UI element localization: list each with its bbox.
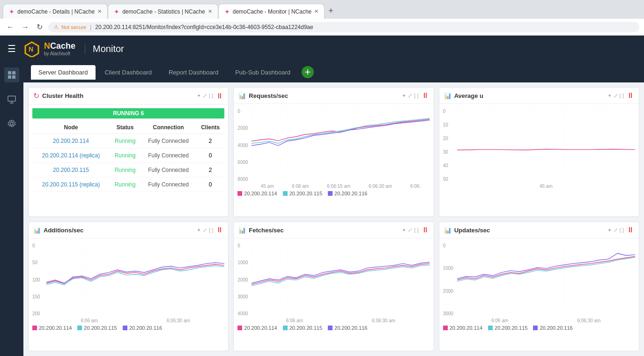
- updates-chart-wrapper: 3000200010000: [443, 242, 635, 317]
- additions-fullscreen-icon[interactable]: [ ]: [209, 227, 213, 233]
- additions-dot-teal: [77, 326, 82, 330]
- requests-expand-icon[interactable]: ⤢: [408, 93, 412, 99]
- pause-button[interactable]: ⏸: [216, 92, 223, 100]
- average-pause-button[interactable]: ⏸: [627, 91, 634, 100]
- fetches-expand-icon[interactable]: ⤢: [408, 227, 412, 233]
- tab-statistics-close[interactable]: ✕: [208, 8, 212, 15]
- expand-icon[interactable]: ⤢: [203, 93, 207, 99]
- updates-legend-116: 20.200.20.116: [533, 325, 572, 331]
- updates-label-115: 20.200.20.115: [495, 325, 527, 331]
- additions-x-labels: 6:06 am6:06:30 am: [32, 318, 224, 323]
- fetches-chart-wrapper: 40003000200010000: [237, 242, 429, 317]
- address-text[interactable]: 20.200.20.114:8251/Monitor/Index?configI…: [95, 24, 313, 30]
- updates-pin-icon[interactable]: ✦: [607, 227, 612, 233]
- cluster-health-title: Cluster Health: [42, 92, 194, 99]
- updates-legend-115: 20.200.20.115: [488, 325, 527, 331]
- tab-details-close[interactable]: ✕: [97, 8, 102, 15]
- reload-button[interactable]: ↻: [35, 22, 44, 32]
- dashboard-grid: ↻ Cluster Health ✦ ⤢ [ ] ⏸ RUNNING 6: [23, 82, 644, 356]
- requests-fullscreen-icon[interactable]: [ ]: [414, 93, 418, 99]
- requests-pin-icon[interactable]: ✦: [402, 93, 406, 99]
- tab-details[interactable]: ✦ demoCache - Details | NCache ✕: [3, 4, 108, 19]
- average-body: 50403020100 45 am: [439, 104, 639, 193]
- node-clients: 2: [196, 134, 224, 148]
- updates-fullscreen-icon[interactable]: [ ]: [620, 227, 624, 233]
- fetches-pin-icon[interactable]: ✦: [402, 227, 406, 233]
- new-tab-button[interactable]: +: [325, 4, 337, 18]
- sidebar: [0, 62, 23, 356]
- tab-statistics[interactable]: ✦ demoCache - Statistics | NCache ✕: [108, 4, 218, 19]
- updates-actions: ✦ ⤢ [ ]: [607, 227, 624, 233]
- svg-rect-14: [457, 242, 635, 304]
- cluster-health-icon: ↻: [33, 91, 39, 100]
- requests-pause-button[interactable]: ⏸: [422, 91, 429, 100]
- updates-legend-114: 20.200.20.114: [443, 325, 482, 331]
- updates-pause-button[interactable]: ⏸: [627, 226, 634, 234]
- updates-chart-icon: 📊: [444, 227, 452, 234]
- additions-pause-button[interactable]: ⏸: [216, 226, 223, 234]
- sidebar-icon-dashboard[interactable]: [4, 67, 19, 82]
- tab-monitor-close[interactable]: ✕: [314, 8, 318, 15]
- additions-pin-icon[interactable]: ✦: [197, 227, 201, 233]
- node-link[interactable]: 20.200.20.114 (replica): [42, 152, 100, 159]
- additions-body: 200150100500: [29, 238, 228, 336]
- svg-rect-11: [457, 108, 635, 170]
- node-link[interactable]: 20.200.20.114: [53, 138, 89, 144]
- sidebar-icon-monitor[interactable]: [4, 92, 19, 107]
- additions-expand-icon[interactable]: ⤢: [203, 227, 207, 233]
- svg-rect-2: [8, 71, 11, 74]
- average-expand-icon[interactable]: ⤢: [614, 93, 618, 99]
- tab-report-dashboard[interactable]: Report Dashboard: [161, 65, 226, 80]
- fetches-card: 📊 Fetches/sec ✦ ⤢ [ ] ⏸ 4000300020001000…: [233, 222, 434, 351]
- node-link[interactable]: 20.200.20.115 (replica): [42, 181, 100, 188]
- fetches-pause-button[interactable]: ⏸: [422, 226, 429, 234]
- node-link[interactable]: 20.200.20.115: [53, 167, 89, 173]
- tab-client-dashboard[interactable]: Client Dashboard: [97, 65, 159, 80]
- node-clients: 0: [196, 178, 224, 192]
- tab-pubsub-dashboard[interactable]: Pub-Sub Dashboard: [228, 65, 298, 80]
- tab-monitor[interactable]: ✦ demoCache - Monitor | NCache ✕: [218, 4, 325, 19]
- security-icon: ⚠: [54, 24, 59, 30]
- tab-details-label: demoCache - Details | NCache: [17, 8, 95, 15]
- average-pin-icon[interactable]: ✦: [607, 93, 612, 99]
- requests-header: 📊 Requests/sec ✦ ⤢ [ ] ⏸: [234, 88, 433, 104]
- pin-icon[interactable]: ✦: [197, 93, 201, 99]
- additions-legend-115: 20.200.20.115: [77, 325, 117, 331]
- requests-chart-svg: [252, 108, 429, 170]
- legend-label-115: 20.200.20.115: [289, 191, 322, 196]
- legend-item-116: 20.200.20.116: [328, 191, 367, 196]
- add-dashboard-button[interactable]: +: [302, 66, 314, 78]
- average-actions: ✦ ⤢ [ ]: [607, 93, 624, 99]
- back-button[interactable]: ←: [5, 22, 16, 32]
- node-connection: Fully Connected: [141, 148, 196, 163]
- node-status: Running: [110, 148, 141, 163]
- hamburger-menu[interactable]: ☰: [7, 43, 16, 54]
- requests-y-labels: 80006000400020000: [237, 108, 252, 183]
- tab-server-dashboard[interactable]: Server Dashboard: [31, 65, 96, 80]
- health-table: Node Status Connection Clients 20.200.20…: [32, 121, 224, 192]
- updates-title: Updates/sec: [454, 227, 605, 234]
- svg-text:N: N: [29, 45, 33, 53]
- fetches-dot-teal: [283, 326, 288, 330]
- fullscreen-icon[interactable]: [ ]: [209, 93, 213, 99]
- additions-label-114: 20.200.20.114: [39, 325, 72, 331]
- col-clients: Clients: [196, 121, 224, 134]
- requests-actions: ✦ ⤢ [ ]: [402, 93, 418, 99]
- updates-chart-svg: [457, 242, 635, 304]
- fetches-fullscreen-icon[interactable]: [ ]: [414, 227, 418, 233]
- fetches-chart-svg: [252, 242, 429, 304]
- fetches-dot-pink: [237, 326, 242, 330]
- requests-chart-wrapper: 80006000400020000: [237, 108, 429, 183]
- requests-card: 📊 Requests/sec ✦ ⤢ [ ] ⏸ 800060004000200…: [233, 87, 434, 217]
- updates-expand-icon[interactable]: ⤢: [614, 227, 618, 233]
- average-fullscreen-icon[interactable]: [ ]: [620, 93, 624, 99]
- sidebar-icon-settings[interactable]: [4, 116, 19, 131]
- forward-button[interactable]: →: [20, 22, 31, 32]
- additions-chart-svg: [46, 242, 224, 304]
- legend-dot-purple: [328, 191, 333, 196]
- average-x-labels: 45 am: [443, 184, 635, 189]
- updates-header: 📊 Updates/sec ✦ ⤢ [ ] ⏸: [439, 222, 639, 238]
- node-clients: 2: [196, 163, 224, 178]
- additions-legend-116: 20.200.20.116: [123, 325, 162, 331]
- fetches-title: Fetches/sec: [249, 227, 399, 234]
